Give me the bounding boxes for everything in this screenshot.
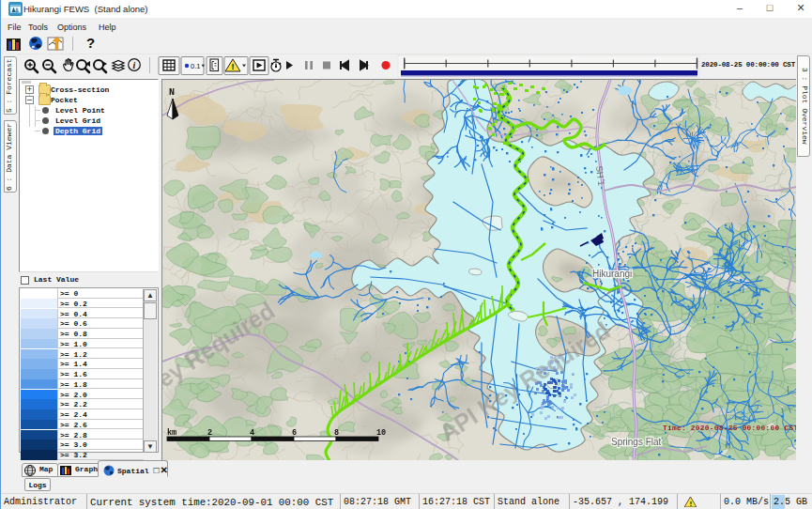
svg-text:2020-08-25 00:00:00 CST: 2020-08-25 00:00:00 CST — [701, 61, 796, 69]
svg-text:8: 8 — [334, 428, 339, 438]
svg-text:i: i — [132, 60, 135, 70]
svg-text:Hikurangi: Hikurangi — [592, 269, 632, 279]
svg-text:!: ! — [689, 500, 694, 508]
svg-text:N: N — [169, 87, 175, 98]
svg-text:10: 10 — [376, 428, 386, 438]
svg-text:2: 2 — [207, 428, 212, 438]
svg-text:Springs Flat: Springs Flat — [611, 437, 662, 447]
svg-text:4: 4 — [250, 428, 254, 438]
svg-text:Time: 2020-08-25 00:00:00 CST: Time: 2020-08-25 00:00:00 CST — [663, 424, 796, 432]
svg-text:km: km — [167, 428, 176, 438]
svg-text:0.1: 0.1 — [191, 62, 200, 70]
svg-text:!: ! — [232, 62, 235, 71]
svg-text:6: 6 — [292, 428, 297, 438]
